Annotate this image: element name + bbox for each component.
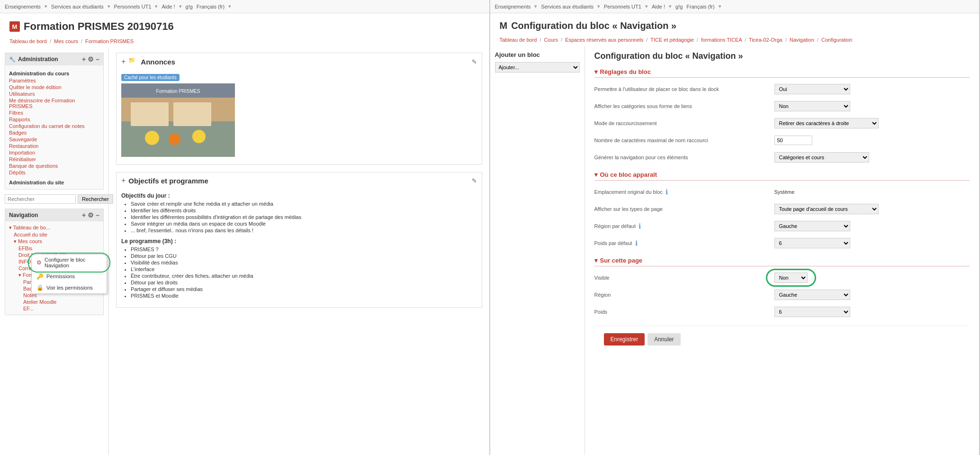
admin-block-controls[interactable]: + ⚙ –	[82, 55, 99, 63]
nav-item-ef[interactable]: EF...	[9, 305, 99, 312]
info-icon-1[interactable]: ℹ	[665, 188, 668, 196]
nav-aide[interactable]: Aide !	[162, 4, 175, 9]
nav-block-controls[interactable]: + ⚙ –	[82, 211, 99, 219]
admin-block-title: 🔧 Administration	[9, 56, 58, 63]
select-types-page[interactable]: Toute page d'accueil de cours	[774, 204, 879, 214]
move-icon-2[interactable]: +	[121, 176, 126, 185]
move-icon[interactable]: +	[121, 57, 126, 66]
rbc-5[interactable]: Ticea-02-Orga	[749, 37, 782, 43]
input-maxlen[interactable]	[774, 136, 812, 145]
rbc-1[interactable]: Cours	[544, 37, 558, 43]
nav-services[interactable]: Services aux étudiants	[51, 4, 104, 9]
admin-link-desinscribe[interactable]: Me désinscrire de Formation PRISMES	[9, 97, 99, 109]
nav-gear-icon[interactable]: ⚙	[88, 211, 94, 219]
nav-item-atelier[interactable]: Atelier Moodle	[9, 299, 99, 305]
rbc-3[interactable]: TICE et pédagogie	[650, 37, 694, 43]
select-nav-gen[interactable]: Catégories et cours	[774, 152, 869, 163]
section-annonces-content: Caché pour les étudiants Format	[117, 70, 482, 164]
nav-item-mes-cours[interactable]: ▾ Mes cours	[9, 238, 99, 245]
form-label-mode: Mode de raccourcissement	[594, 120, 774, 126]
search-input[interactable]	[5, 194, 76, 204]
select-poids[interactable]: 6	[774, 307, 850, 317]
admin-link-filtres[interactable]: Filtres	[9, 109, 99, 116]
admin-link-params[interactable]: Paramètres	[9, 77, 99, 84]
edit-icon-2[interactable]: ✎	[472, 177, 477, 184]
cm-permissions[interactable]: 🔑 Permissions	[32, 271, 107, 282]
select-dock[interactable]: Oui	[774, 84, 850, 94]
nav-personnels[interactable]: Personnels UT1	[114, 4, 152, 9]
admin-link-sauvegarde[interactable]: Sauvegarde	[9, 136, 99, 143]
nav-item-dashboard[interactable]: ▾ Tableau de bo...	[9, 224, 99, 231]
nav-plus-icon[interactable]: +	[82, 211, 86, 219]
rnav-services[interactable]: Services aux étudiants	[541, 4, 593, 9]
nav-dash-icon[interactable]: –	[96, 211, 99, 219]
form-control-visible: Non	[774, 273, 970, 283]
select-poids-def[interactable]: 6	[774, 238, 850, 248]
right-breadcrumb: Tableau de bord / Cours / Espaces réserv…	[490, 35, 980, 46]
select-cats[interactable]: Non	[774, 101, 850, 111]
gear-icon[interactable]: ⚙	[88, 55, 94, 63]
dash-icon[interactable]: –	[96, 55, 99, 63]
select-region[interactable]: Gauche	[774, 290, 850, 300]
rbc-6[interactable]: Navigation	[790, 37, 814, 43]
rnav-aide[interactable]: Aide !	[652, 4, 665, 9]
nav-item-accueil[interactable]: Accueil du site	[9, 231, 99, 238]
bc-mes-cours[interactable]: Mes cours	[54, 38, 78, 44]
nav-lang[interactable]: Français (fr)	[197, 4, 225, 9]
select-region-def[interactable]: Gauche	[774, 221, 850, 231]
nav-enseignements[interactable]: Enseignements	[5, 4, 41, 9]
plus-icon[interactable]: +	[82, 55, 86, 63]
admin-link-reinitialiser[interactable]: Réinitialiser	[9, 156, 99, 163]
nav-block-title: Navigation	[9, 212, 38, 218]
section-obj-content: Objectifs du jour : Savoir créer et remp…	[117, 189, 482, 307]
admin-link-rapports[interactable]: Rapports	[9, 116, 99, 123]
admin-link-banque[interactable]: Banque de questions	[9, 163, 99, 169]
admin-link-importation[interactable]: Importation	[9, 149, 99, 156]
right-main-content: Ajouter un bloc Ajouter... Configuration…	[490, 46, 980, 455]
info-icon-2[interactable]: ℹ	[638, 222, 641, 230]
rnav-enseignements[interactable]: Enseignements	[495, 4, 531, 9]
admin-block-content: Administration du cours Paramètres Quitt…	[5, 65, 103, 189]
admin-link-quit-edit[interactable]: Quitter le mode édition	[9, 84, 99, 91]
form-label-dock: Permettre à l'utilisateur de placer ce b…	[594, 86, 774, 92]
list-item: Détour par les droits	[131, 280, 477, 285]
list-item: Savoir intégrer un média dans un espace …	[131, 221, 477, 227]
form-label-types-page: Afficher sur les types de page	[594, 206, 774, 212]
rbc-4[interactable]: formations TICEA	[701, 37, 742, 43]
rnav-personnels[interactable]: Personnels UT1	[604, 4, 641, 9]
edit-icon[interactable]: ✎	[472, 58, 477, 65]
key-icon: 🔑	[36, 273, 44, 280]
admin-link-users[interactable]: Utilisateurs	[9, 91, 99, 97]
rbc-0[interactable]: Tableau de bord	[500, 37, 537, 43]
rnav-lang[interactable]: Français (fr)	[686, 4, 714, 9]
admin-section-title: Administration du cours	[9, 71, 99, 76]
cm-voir-permissions[interactable]: 🔒 Voir les permissions	[32, 282, 107, 293]
nav-gig[interactable]: g!g	[186, 4, 193, 9]
svg-rect-2	[131, 102, 169, 126]
search-button[interactable]: Rechercher	[78, 194, 113, 204]
rnav-gig[interactable]: g!g	[675, 4, 683, 9]
save-button[interactable]: Enregistrer	[604, 333, 645, 346]
form-control-types-page: Toute page d'accueil de cours	[774, 204, 970, 214]
admin-link-carnet[interactable]: Configuration du carnet de notes	[9, 123, 99, 129]
list-item: PRISMES et Moodle	[131, 293, 477, 299]
admin-link-depots[interactable]: Dépôts	[9, 169, 99, 176]
nav-item-efbis[interactable]: EFBis	[9, 245, 99, 252]
info-icon-3[interactable]: ℹ	[635, 239, 638, 247]
bc-dashboard[interactable]: Tableau de bord	[9, 38, 47, 44]
select-visible[interactable]: Non	[774, 273, 808, 283]
right-page-header: M Configuration du bloc « Navigation »	[490, 13, 980, 35]
cm-configure[interactable]: ⚙ Configurer le bloc Navigation	[32, 255, 107, 271]
select-mode[interactable]: Retirer des caractères à droite	[774, 118, 879, 128]
add-block-select[interactable]: Ajouter...	[495, 62, 580, 73]
admin-link-restauration[interactable]: Restauration	[9, 143, 99, 149]
admin-link-badges[interactable]: Badges	[9, 129, 99, 136]
list-item: Partager et diffuser ses médias	[131, 286, 477, 292]
cancel-button[interactable]: Annuler	[647, 333, 680, 346]
admin-block: 🔧 Administration + ⚙ – Administration du…	[5, 53, 104, 190]
form-control-poids-def: 6	[774, 238, 970, 248]
form-row-emplacement: Emplacement original du bloc ℹ Système	[594, 185, 970, 199]
form-row-types-page: Afficher sur les types de page Toute pag…	[594, 202, 970, 216]
config-section-cette-page: ▾ Sur cette page Visible Non	[594, 257, 970, 318]
rbc-2[interactable]: Espaces réservés aux personnels	[565, 37, 643, 43]
